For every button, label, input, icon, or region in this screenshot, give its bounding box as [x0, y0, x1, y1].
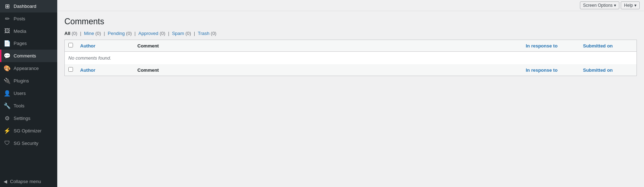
appearance-icon: 🎨 — [4, 65, 11, 72]
table-header-bottom: Author Comment In response to Submitted … — [65, 64, 637, 76]
sidebar-item-sg-security[interactable]: 🛡 SG Security — [0, 137, 57, 149]
screen-options-button[interactable]: Screen Options ▾ — [580, 1, 620, 9]
th-author-top[interactable]: Author — [77, 40, 134, 52]
th-checkbox-top — [65, 40, 77, 52]
filter-spam[interactable]: Spam — [172, 31, 184, 36]
collapse-menu-button[interactable]: ◀ Collapse menu — [0, 176, 57, 187]
main-content: Screen Options ▾ Help ▾ Comments All (0)… — [57, 0, 644, 187]
filter-approved[interactable]: Approved — [138, 31, 158, 36]
comments-table: Author Comment In response to Submitted … — [64, 40, 637, 76]
comments-icon: 💬 — [4, 52, 11, 59]
submitted-sort-link-top[interactable]: Submitted on — [583, 43, 613, 49]
sg-optimizer-icon: ⚡ — [4, 127, 11, 134]
sidebar-item-dashboard[interactable]: ⊞ Dashboard — [0, 0, 57, 12]
topbar: Screen Options ▾ Help ▾ — [57, 0, 644, 11]
no-comments-cell: No comments found. — [65, 52, 637, 65]
th-response-top[interactable]: In response to — [522, 40, 580, 52]
sidebar-item-posts[interactable]: ✏ Posts — [0, 12, 57, 25]
sidebar-item-appearance[interactable]: 🎨 Appearance — [0, 62, 57, 75]
sidebar-item-media[interactable]: 🖼 Media — [0, 25, 57, 37]
media-icon: 🖼 — [4, 28, 11, 34]
filter-all[interactable]: All — [64, 31, 70, 36]
sep4: | — [167, 31, 171, 36]
pages-icon: 📄 — [4, 40, 11, 47]
collapse-label: Collapse menu — [10, 179, 41, 184]
th-author-bottom[interactable]: Author — [77, 64, 134, 76]
screen-options-label: Screen Options — [583, 3, 613, 8]
table-header-top: Author Comment In response to Submitted … — [65, 40, 637, 52]
response-sort-link-top[interactable]: In response to — [526, 43, 558, 49]
no-comments-message: No comments found. — [68, 55, 111, 61]
collapse-icon: ◀ — [4, 179, 7, 184]
sidebar-item-settings[interactable]: ⚙ Settings — [0, 112, 57, 125]
sep3: | — [133, 31, 137, 36]
sidebar: ⊞ Dashboard ✏ Posts 🖼 Media 📄 Pages 💬 Co… — [0, 0, 57, 187]
th-comment-bottom: Comment — [134, 64, 522, 76]
th-response-bottom[interactable]: In response to — [522, 64, 580, 76]
sep2: | — [102, 31, 106, 36]
th-checkbox-bottom — [65, 64, 77, 76]
author-sort-link-bottom[interactable]: Author — [80, 67, 96, 73]
screen-options-chevron-icon: ▾ — [614, 3, 616, 8]
help-label: Help — [624, 3, 633, 8]
no-comments-row: No comments found. — [65, 52, 637, 65]
filter-trash[interactable]: Trash — [198, 31, 210, 36]
sep5: | — [192, 31, 196, 36]
sidebar-item-sg-optimizer[interactable]: ⚡ SG Optimizer — [0, 125, 57, 137]
th-submitted-top[interactable]: Submitted on — [580, 40, 637, 52]
author-sort-link-top[interactable]: Author — [80, 43, 96, 49]
posts-icon: ✏ — [4, 15, 11, 22]
page-title: Comments — [64, 17, 637, 26]
filter-pending[interactable]: Pending — [108, 31, 125, 36]
response-sort-link-bottom[interactable]: In response to — [526, 67, 558, 73]
select-all-bottom[interactable] — [68, 67, 73, 72]
select-all-top[interactable] — [68, 43, 73, 47]
content-area: Comments All (0) | Mine (0) | Pending (0… — [57, 11, 644, 187]
sg-security-icon: 🛡 — [4, 140, 11, 146]
sidebar-item-users[interactable]: 👤 Users — [0, 87, 57, 100]
users-icon: 👤 — [4, 90, 11, 97]
sidebar-item-plugins[interactable]: 🔌 Plugins — [0, 75, 57, 87]
settings-icon: ⚙ — [4, 115, 11, 122]
tools-icon: 🔧 — [4, 102, 11, 109]
sidebar-item-tools[interactable]: 🔧 Tools — [0, 100, 57, 112]
help-button[interactable]: Help ▾ — [621, 1, 640, 9]
sidebar-item-pages[interactable]: 📄 Pages — [0, 37, 57, 50]
plugins-icon: 🔌 — [4, 77, 11, 84]
filter-bar: All (0) | Mine (0) | Pending (0) | Appro… — [64, 31, 637, 36]
filter-mine[interactable]: Mine — [84, 31, 94, 36]
sidebar-item-comments[interactable]: 💬 Comments — [0, 50, 57, 62]
help-chevron-icon: ▾ — [634, 3, 636, 8]
sep1: | — [79, 31, 83, 36]
th-submitted-bottom[interactable]: Submitted on — [580, 64, 637, 76]
dashboard-icon: ⊞ — [4, 3, 11, 10]
submitted-sort-link-bottom[interactable]: Submitted on — [583, 67, 613, 73]
th-comment-top: Comment — [134, 40, 522, 52]
